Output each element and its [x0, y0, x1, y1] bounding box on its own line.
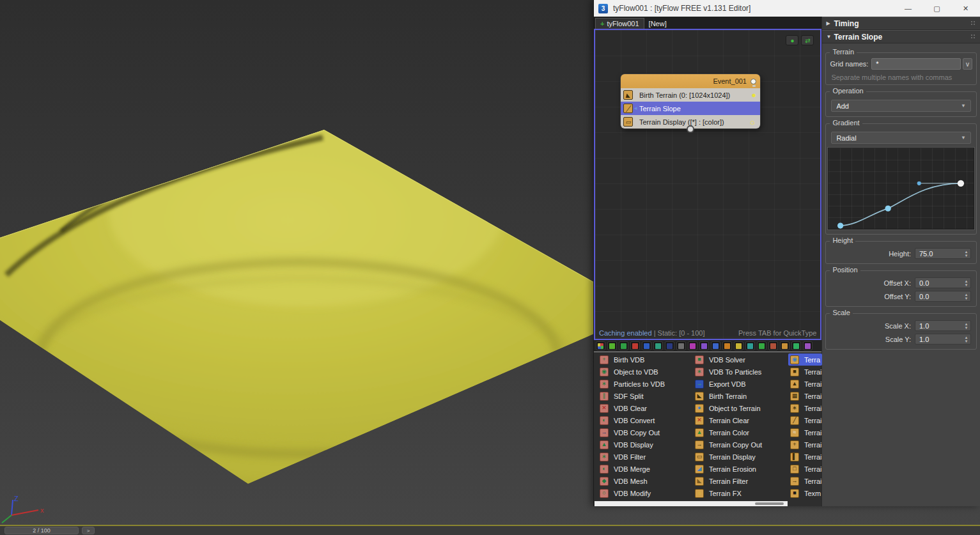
depot-item[interactable]: ◆ VDB Mesh: [598, 475, 692, 487]
rollout-timing[interactable]: ▶ Timing: [822, 17, 980, 30]
category-tab-button[interactable]: [711, 341, 720, 350]
category-tab-button[interactable]: [665, 341, 674, 350]
spinner-input[interactable]: 0.0 ▴▾: [915, 291, 971, 302]
spinner-input[interactable]: 0.0 ▴▾: [915, 277, 971, 288]
depot-item[interactable]: → VDB Copy Out: [598, 426, 692, 438]
depot-item[interactable]: ◐ VDB Convert: [598, 414, 692, 426]
depot-item[interactable]: + Terrai: [788, 438, 822, 451]
depot-item[interactable]: ■ Terrai: [788, 366, 822, 378]
gradient-dropdown[interactable]: Radial ▼: [831, 132, 971, 144]
curve-control-point[interactable]: [885, 205, 891, 211]
category-tab-button[interactable]: [653, 341, 663, 350]
scrollbar-handle[interactable]: [755, 502, 784, 505]
depot-item[interactable]: ☼ Terrain FX: [693, 487, 789, 499]
curve-control-point[interactable]: [958, 180, 964, 187]
spinner-arrows-icon[interactable]: ▴▾: [962, 322, 970, 330]
spinner-input[interactable]: 75.0 ▴▾: [915, 248, 971, 259]
rollout-grip-icon[interactable]: [970, 34, 976, 40]
depot-item[interactable]: → Terrain Copy Out: [693, 438, 789, 451]
grid-names-expand-button[interactable]: v: [963, 58, 972, 70]
depot-item[interactable]: ▭ Terrain Display: [693, 451, 789, 463]
depot-item[interactable]: ◐ VDB Merge: [598, 463, 692, 475]
spinner-arrows-icon[interactable]: ▴▾: [962, 279, 970, 287]
grid-names-input[interactable]: *: [871, 58, 961, 70]
operator-toggle-icon[interactable]: ●: [751, 91, 756, 99]
depot-item[interactable]: ≈ Terrai: [788, 426, 822, 438]
maximize-button[interactable]: ▢: [922, 0, 951, 17]
depot-item[interactable]: ◢ Terrain Erosion: [693, 463, 789, 475]
category-tab-button[interactable]: [745, 341, 755, 350]
event-node[interactable]: Event_001 ◣ Birth T: [621, 74, 760, 128]
depot-item[interactable]: ○ VDB Modify: [598, 487, 692, 499]
depot-item[interactable]: ◉ Terra: [788, 353, 822, 366]
tab-tyflow001[interactable]: + tyFlow001: [595, 18, 644, 29]
category-tab-button[interactable]: [630, 341, 640, 350]
depot-item[interactable]: ∗ Terrai: [788, 402, 822, 414]
category-tab-button[interactable]: [791, 341, 801, 350]
depot-item[interactable]: → Export VDB: [693, 378, 789, 390]
category-tab-button[interactable]: [688, 341, 697, 350]
category-tab-button[interactable]: [619, 341, 628, 350]
depot-item[interactable]: ✕ VDB Clear: [598, 402, 692, 414]
time-slider[interactable]: 2 / 100: [4, 527, 79, 534]
curve-tangent-handle[interactable]: [917, 182, 921, 185]
rollout-terrain-slope[interactable]: ▼ Terrain Slope: [822, 30, 980, 43]
event-output-connector[interactable]: [687, 125, 694, 133]
depot-item[interactable]: □ Terrai: [788, 463, 822, 475]
depot-item[interactable]: ✕ Terrain Clear: [693, 414, 789, 426]
depot-item[interactable]: ▲ Terrain Color: [693, 426, 789, 438]
tab-new[interactable]: [New]: [644, 18, 671, 29]
event-operator-row[interactable]: ◣ Birth Terrain (0: [1024x1024]) ●: [621, 88, 760, 102]
event-header[interactable]: Event_001: [621, 74, 760, 88]
depot-item[interactable]: + Birth VDB: [598, 353, 692, 366]
category-tab-button[interactable]: [676, 341, 686, 350]
category-tab-button[interactable]: [607, 341, 617, 350]
category-tab-button[interactable]: [596, 341, 605, 350]
category-tab-button[interactable]: [722, 341, 732, 350]
refresh-button[interactable]: ⇄: [801, 35, 814, 45]
lightbulb-icon[interactable]: [751, 79, 756, 84]
depot-item[interactable]: ◉ Object to VDB: [598, 366, 692, 378]
depot-item[interactable]: ∗ VDB Filter: [598, 451, 692, 463]
live-update-button[interactable]: ●: [786, 35, 798, 45]
spinner-arrows-icon[interactable]: ▴▾: [962, 336, 970, 343]
depot-item[interactable]: ◣ Terrain Filter: [693, 475, 789, 487]
depot-item[interactable]: ∗ Particles to VDB: [598, 378, 692, 390]
node-graph-canvas[interactable]: ● ⇄ Event_001: [594, 29, 821, 340]
depot-item[interactable]: ■ Texm: [788, 487, 822, 499]
curve-control-point[interactable]: [837, 222, 843, 228]
spinner-input[interactable]: 1.0 ▴▾: [915, 320, 971, 331]
depot-item[interactable]: ◣ Birth Terrain: [693, 390, 789, 402]
category-tab-button[interactable]: [803, 341, 813, 350]
depot-item[interactable]: ▲ VDB Display: [598, 438, 692, 451]
minimize-button[interactable]: —: [894, 0, 922, 17]
rollout-grip-icon[interactable]: [970, 20, 976, 26]
gradient-curve-svg[interactable]: [828, 148, 974, 233]
depot-item[interactable]: ▌ Terrai: [788, 451, 822, 463]
depot-item[interactable]: ╱ Terrai: [788, 414, 822, 426]
event-operator-row[interactable]: ╱ ◄ Terrain Slope: [621, 102, 760, 115]
gradient-curve-editor[interactable]: [828, 148, 974, 229]
depot-item[interactable]: ● Object to Terrain: [693, 402, 789, 414]
category-tab-button[interactable]: [768, 341, 778, 350]
category-tab-button[interactable]: [780, 341, 789, 350]
depot-item[interactable]: ▦ Terrai: [788, 390, 822, 402]
category-tab-button[interactable]: [642, 341, 651, 350]
depot-item[interactable]: ▲ Terrai: [788, 378, 822, 390]
spinner-arrows-icon[interactable]: ▴▾: [962, 293, 970, 300]
spinner-input[interactable]: 1.0 ▴▾: [915, 334, 971, 345]
next-frame-button[interactable]: >: [82, 527, 95, 534]
operation-dropdown[interactable]: Add ▼: [831, 100, 971, 112]
spinner-arrows-icon[interactable]: ▴▾: [962, 250, 970, 258]
depot-item[interactable]: → Terrai: [788, 475, 822, 487]
depot-item[interactable]: ■ VDB Solver: [693, 353, 789, 366]
scrollbar-track[interactable]: [595, 501, 788, 506]
operator-toggle-icon[interactable]: ☼: [749, 118, 756, 126]
window-titlebar[interactable]: 3 tyFlow001 : [tyFlow FREE v1.131 Editor…: [594, 0, 980, 17]
depot-item[interactable]: ∗ VDB To Particles: [693, 366, 789, 378]
category-tab-button[interactable]: [757, 341, 766, 350]
category-tab-button[interactable]: [734, 341, 743, 350]
category-tab-button[interactable]: [699, 341, 709, 350]
depot-item[interactable]: ∥ SDF Split: [598, 390, 692, 402]
close-button[interactable]: ✕: [951, 0, 980, 17]
